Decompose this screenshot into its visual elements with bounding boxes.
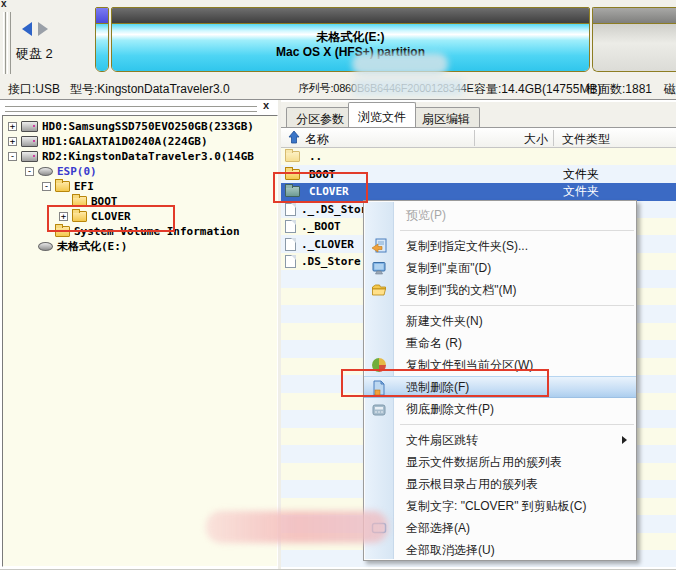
partition-label: 未格式化(E:) Mac OS X (HFS+) partition (112, 30, 589, 60)
disk-interface: 接口:USB (8, 81, 60, 98)
tree-label: ESP(0) (57, 165, 97, 178)
panel-grip[interactable] (5, 104, 257, 107)
column-header-size[interactable]: 大小 (524, 131, 548, 148)
partition-block-free[interactable] (592, 7, 676, 72)
menu-item-select-all[interactable]: 全部选择(A) (364, 517, 636, 539)
expander-icon[interactable]: + (8, 122, 17, 131)
forward-arrow-icon[interactable] (38, 22, 48, 36)
censor-blur-serial (352, 79, 464, 96)
esp-type-band (96, 8, 108, 24)
expander-icon[interactable]: + (8, 137, 17, 146)
tab-browse-files[interactable]: 浏览文件 (348, 102, 416, 127)
submenu-arrow-icon (622, 436, 627, 444)
file-icon (285, 220, 296, 233)
menu-item-file-sector-jump[interactable]: 文件扇区跳转 (364, 429, 636, 451)
file-icon (285, 238, 296, 251)
menu-item-preview: 预览(P) (364, 204, 636, 226)
partition-icon (38, 167, 53, 176)
annotation-box-file-clover (273, 172, 368, 203)
free-type-band (593, 8, 676, 24)
panel-close-icon[interactable]: x (263, 99, 269, 111)
disk-info-bar: 接口:USB 型号:KingstonDataTraveler3.0 序列号:08… (0, 77, 676, 100)
disk-model: 型号:KingstonDataTraveler3.0 (70, 81, 230, 98)
menu-item-new-folder[interactable]: 新建文件夹(N) (364, 310, 636, 332)
tree-item-efi[interactable]: - EFI (3, 179, 277, 194)
tree-item-unformatted[interactable]: 未格式化(E:) (3, 239, 277, 254)
diskgenius-window: x 硬盘 2 未格式化(E:) Mac OS X (HFS+) partitio… (0, 0, 676, 583)
expander-icon[interactable]: - (25, 167, 34, 176)
main-type-band (112, 8, 589, 24)
tree-item-hd0[interactable]: + HD0:SamsungSSD750EVO250GB(233GB) (3, 119, 277, 134)
disk-cylinders: 柱面数:1881 (586, 81, 652, 98)
menu-item-deselect-all[interactable]: 全部取消选择(U) (364, 539, 636, 561)
partition-block-main[interactable]: 未格式化(E:) Mac OS X (HFS+) partition (111, 7, 590, 72)
menu-item-rename[interactable]: 重命名 (R) (364, 332, 636, 354)
censor-blur-partition (352, 53, 448, 75)
toolbar-grip2 (7, 12, 11, 74)
tree-item-esp[interactable]: - ESP(0) (3, 164, 277, 179)
menu-item-copy-to-documents[interactable]: 复制到"我的文档"(M) (364, 279, 636, 301)
tree-label: HD0:SamsungSSD750EVO250GB(233GB) (42, 120, 254, 133)
menu-separator (400, 305, 634, 306)
disk-icon (21, 136, 38, 147)
current-disk-label: 硬盘 2 (16, 45, 53, 63)
menu-item-copy-to-specified-folder[interactable]: 复制到指定文件夹(S)... (364, 235, 636, 257)
window-bottom-edge (0, 569, 676, 570)
partition-bar-area: x 硬盘 2 未格式化(E:) Mac OS X (HFS+) partitio… (0, 0, 676, 77)
copy-to-folder-icon (371, 238, 387, 254)
menu-item-show-file-cluster-list[interactable]: 显示文件数据所占用的簇列表 (364, 451, 636, 473)
disk-icon (21, 121, 38, 132)
annotation-box-tree-clover (47, 205, 175, 232)
disk-icon (21, 151, 38, 162)
tab-bar: 分区参数 浏览文件 扇区编辑 (281, 102, 676, 128)
file-row-updir[interactable]: .. (281, 148, 676, 166)
column-header-name[interactable]: 名称 (305, 131, 329, 148)
folder-icon (55, 181, 70, 192)
partition-type: Mac OS X (HFS+) partition (112, 45, 589, 60)
tree-item-hd1[interactable]: + HD1:GALAXTA1D0240A(224GB) (3, 134, 277, 149)
disk-capacity: 容量:14.4GB(14755MB) (474, 81, 601, 98)
desktop-icon (371, 260, 387, 276)
folder-icon (285, 151, 300, 162)
tree-label: HD1:GALAXTA1D0240A(224GB) (42, 135, 208, 148)
tree-panel-header: x (2, 102, 278, 114)
close-icon[interactable]: x (1, 0, 7, 9)
sort-ascending-icon[interactable] (288, 131, 300, 147)
tree-label: RD2:KingstonDataTraveler3.0(14GB (42, 150, 254, 163)
tab-sector-edit[interactable]: 扇区编辑 (412, 107, 480, 127)
partition-block-esp[interactable] (95, 7, 109, 72)
menu-separator (400, 424, 634, 425)
menu-item-permanently-delete[interactable]: 彻底删除文件(P) (364, 398, 636, 420)
tab-partition-params[interactable]: 分区参数 (286, 107, 354, 127)
annotation-box-force-delete (341, 369, 549, 397)
partition-name: 未格式化(E:) (112, 30, 589, 45)
file-icon (285, 255, 296, 268)
menu-item-copy-to-desktop[interactable]: 复制到"桌面"(D) (364, 257, 636, 279)
menu-separator (400, 230, 634, 231)
expander-icon[interactable]: - (42, 182, 51, 191)
documents-folder-icon (371, 282, 387, 298)
tree-label: EFI (74, 180, 94, 193)
partition-icon (38, 242, 53, 251)
disk-info-truncated: 磁 (664, 81, 676, 98)
menu-item-show-root-cluster-list[interactable]: 显示根目录占用的簇列表 (364, 473, 636, 495)
tree-label: 未格式化(E:) (57, 239, 128, 254)
tree-item-rd2[interactable]: - RD2:KingstonDataTraveler3.0(14GB (3, 149, 277, 164)
toolbar-grip[interactable] (3, 12, 6, 74)
back-arrow-icon[interactable] (22, 22, 32, 36)
menu-item-copy-text-to-clipboard[interactable]: 复制文字: "CLOVER" 到剪贴板(C) (364, 495, 636, 517)
censor-blur-watermark (206, 511, 388, 543)
file-list-header: 名称 大小 文件类型 (281, 128, 676, 148)
column-header-type[interactable]: 文件类型 (562, 131, 610, 148)
shredder-icon (371, 401, 387, 417)
expander-icon[interactable]: - (8, 152, 17, 161)
file-icon (285, 203, 296, 216)
disk-tree-panel: + HD0:SamsungSSD750EVO250GB(233GB) + HD1… (2, 115, 278, 567)
